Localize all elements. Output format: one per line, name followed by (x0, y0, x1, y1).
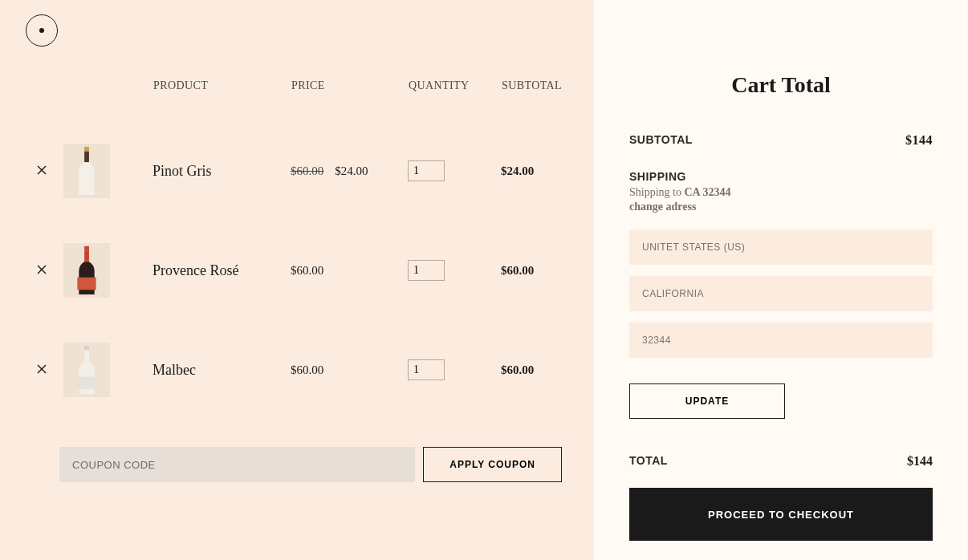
svg-rect-16 (77, 377, 96, 390)
price-current: $24.00 (335, 164, 368, 177)
zip-value: 32344 (642, 335, 671, 346)
apply-coupon-button[interactable]: APPLY COUPON (423, 447, 562, 482)
cart-row: Malbec $60.00 $60.00 (37, 320, 568, 420)
coupon-input[interactable] (59, 447, 415, 482)
close-icon (37, 165, 47, 175)
change-address-link[interactable]: change adress (629, 201, 696, 213)
cart-row: Provence Rosé $60.00 $60.00 (37, 221, 568, 320)
country-value: UNITET STATES (US) (642, 241, 745, 253)
svg-rect-8 (84, 246, 89, 251)
cart-total-title: Cart Total (629, 72, 933, 98)
region-select[interactable]: CALIFORNIA (629, 276, 933, 311)
quantity-input[interactable] (408, 260, 445, 281)
header-price: PRICE (291, 79, 408, 121)
country-select[interactable]: UNITET STATES (US) (629, 229, 933, 265)
shipping-to-dest: CA 32344 (684, 186, 730, 198)
product-name[interactable]: Provence Rosé (153, 262, 238, 278)
shipping-to-prefix: Shipping to (629, 186, 684, 198)
proceed-to-checkout-button[interactable]: PROCEED TO CHECKOUT (629, 488, 933, 541)
header-subtotal: SUBTOTAL (501, 79, 568, 121)
product-name[interactable]: Malbec (153, 362, 196, 378)
brand-logo[interactable] (26, 14, 58, 47)
coupon-row: APPLY COUPON (59, 447, 562, 482)
header-quantity: QUANTITY (408, 79, 501, 121)
line-subtotal: $60.00 (501, 363, 534, 376)
svg-rect-4 (84, 152, 89, 163)
product-thumbnail[interactable] (59, 343, 114, 397)
subtotal-row: SUBTOTAL $144 (629, 133, 933, 148)
svg-rect-3 (84, 147, 89, 152)
svg-rect-14 (84, 346, 89, 351)
subtotal-value: $144 (905, 133, 933, 148)
total-row: TOTAL $144 (629, 454, 933, 469)
svg-rect-15 (84, 351, 89, 362)
product-thumbnail[interactable] (59, 243, 114, 298)
subtotal-label: SUBTOTAL (629, 133, 693, 148)
remove-item-button[interactable] (37, 165, 47, 177)
update-button[interactable]: UPDATE (629, 383, 785, 419)
price-old: $60.00 (291, 164, 323, 177)
product-thumbnail[interactable] (59, 144, 114, 198)
svg-rect-10 (77, 278, 96, 290)
brand-dot-icon (39, 28, 44, 33)
cart-total-panel: Cart Total SUBTOTAL $144 SHIPPING Shippi… (594, 0, 968, 560)
shipping-destination: Shipping to CA 32344 (629, 186, 933, 199)
line-subtotal: $24.00 (501, 164, 534, 177)
price-current: $60.00 (291, 264, 323, 277)
quantity-input[interactable] (408, 359, 445, 380)
shipping-label: SHIPPING (629, 170, 933, 183)
zip-select[interactable]: 32344 (629, 323, 933, 358)
price-current: $60.00 (291, 363, 323, 376)
shipping-block: SHIPPING Shipping to CA 32344 change adr… (629, 170, 933, 213)
line-subtotal: $60.00 (501, 264, 534, 277)
product-name[interactable]: Pinot Gris (153, 163, 212, 179)
region-value: CALIFORNIA (642, 288, 704, 299)
header-product: PRODUCT (153, 79, 291, 121)
quantity-input[interactable] (408, 160, 445, 181)
close-icon (37, 265, 47, 274)
close-icon (37, 364, 47, 374)
remove-item-button[interactable] (37, 364, 47, 375)
cart-row: Pinot Gris $60.00 $24.00 $24.00 (37, 121, 568, 221)
total-label: TOTAL (629, 454, 668, 469)
remove-item-button[interactable] (37, 265, 47, 276)
total-value: $144 (907, 454, 933, 469)
cart-items-panel: PRODUCT PRICE QUANTITY SUBTOTAL (0, 0, 594, 560)
cart-table: PRODUCT PRICE QUANTITY SUBTOTAL (37, 79, 568, 420)
svg-rect-9 (84, 251, 89, 262)
